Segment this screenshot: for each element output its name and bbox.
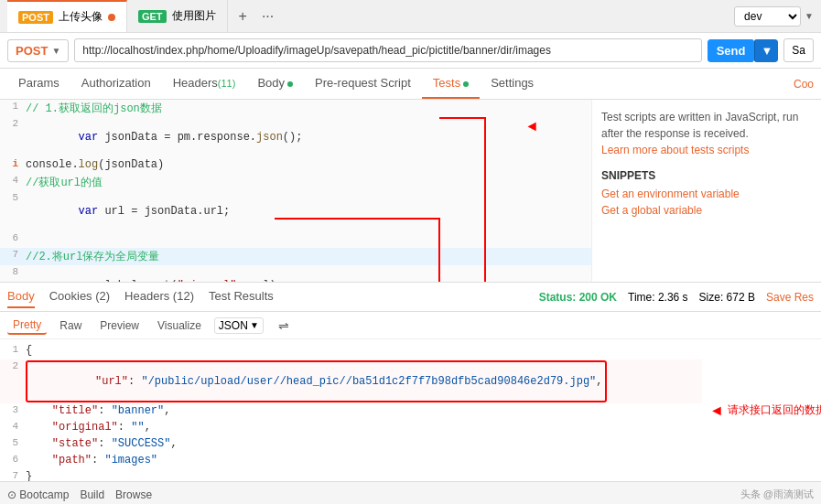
response-annotation: ◄ 请求接口返回的数据 [702,339,821,481]
code-line-4: 4 //获取url的值 [0,174,591,191]
json-linenum-6: 6 [0,454,26,468]
size-label: Size: 672 B [699,291,755,304]
json-text-6: "path": "images" [26,454,157,468]
env-selector: dev staging prod ▼ [734,6,814,27]
response-tab-cookies[interactable]: Cookies (2) [49,285,110,308]
line-num-1: 1 [0,101,26,112]
format-tab-visualize[interactable]: Visualize [152,317,207,334]
code-text-5: var url = jsonData.url; [26,192,230,231]
response-tab-headers[interactable]: Headers (12) [124,285,194,308]
tab-authorization[interactable]: Authorization [70,69,162,99]
right-panel-description: Test scripts are written in JavaScript, … [601,109,812,142]
json-text-5: "state": "SUCCESS", [26,437,178,452]
cookies-link[interactable]: Coo [794,78,814,91]
add-tab-button[interactable]: + [235,8,251,25]
snippet-global-link[interactable]: Get a global variable [601,204,812,217]
env-chevron-icon: ▼ [805,11,814,21]
json-line-4: 4 "original": "", [0,420,702,436]
json-linenum-5: 5 [0,437,26,452]
code-line-6: 6 [0,231,591,248]
line-num-6: 6 [0,232,26,243]
nav-tabs: Params Authorization Headers(11) Body Pr… [0,69,821,100]
line-num-2: 2 [0,118,26,129]
json-linenum-1: 1 [0,344,26,359]
json-text-2: "url": "/public/upload/user//head_pic//b… [26,360,607,402]
line-num-8: 8 [0,266,26,277]
bootcamp-button[interactable]: ⊙ Bootcamp [7,488,69,501]
status-label: Status: 200 OK [539,291,617,304]
json-line-5: 5 "state": "SUCCESS", [0,436,702,453]
response-header: Body Cookies (2) Headers (12) Test Resul… [0,283,821,312]
response-status: Status: 200 OK Time: 2.36 s Size: 672 B … [539,291,814,304]
format-select-dropdown[interactable]: JSON ▼ [214,317,264,334]
json-line-7: 7 } [0,469,702,481]
code-text-8: pm.globals.set("pic_url", url); [26,266,283,282]
method-badge-post: POST [18,11,53,24]
tab-headers[interactable]: Headers(11) [162,69,247,99]
tab-tests[interactable]: Tests [422,69,480,99]
tab-actions: + ··· [235,8,278,25]
code-text-1: // 1.获取返回的json数据 [26,101,162,116]
json-linenum-4: 4 [0,421,26,435]
tab-body[interactable]: Body [246,69,304,99]
snippets-title: SNIPPETS [601,169,812,182]
method-dropdown[interactable]: POST ▼ [7,39,69,62]
json-panel[interactable]: 1 { 2 "url": "/public/upload/user//head_… [0,339,702,481]
format-select-chevron-icon: ▼ [250,320,259,330]
tab-bar: POST 上传头像 GET 使用图片 + ··· dev staging pro… [0,0,821,33]
json-text-7: } [26,470,32,481]
tab-settings[interactable]: Settings [480,69,545,99]
snippet-env-link[interactable]: Get an environment variable [601,188,812,200]
method-chevron-icon: ▼ [51,46,60,56]
code-line-5: 5 var url = jsonData.url; [0,191,591,231]
more-tabs-button[interactable]: ··· [258,8,277,25]
json-linenum-7: 7 [0,470,26,481]
format-tab-preview[interactable]: Preview [94,317,145,334]
response-tab-body[interactable]: Body [7,285,35,308]
json-line-1: 1 { [0,343,702,359]
bottom-bar: ⊙ Bootcamp Build Browse 头条 @雨滴测试 [0,481,821,504]
json-text-3: "title": "banner", [26,404,170,419]
code-text-7: //2.将url保存为全局变量 [26,249,159,264]
url-input[interactable] [74,38,701,62]
send-dropdown-button[interactable]: ▼ [754,39,778,62]
line-num-5: 5 [0,192,26,203]
arrow-right-1: ◄ [527,119,536,135]
code-line-2: 2 var jsonData = pm.response.json(); ◄ [0,117,591,157]
save-button[interactable]: Sa [783,38,814,62]
method-badge-get: GET [138,10,167,23]
json-text-1: { [26,344,32,359]
right-panel: Test scripts are written in JavaScript, … [592,100,821,282]
code-line-3: i console.log(jsonData) [0,157,591,174]
code-editor[interactable]: 1 // 1.获取返回的json数据 2 var jsonData = pm.r… [0,100,592,282]
code-line-8: 8 pm.globals.set("pic_url", url); [0,265,591,282]
headers-badge: (11) [218,78,236,89]
tab-upload-label: 上传头像 [59,9,103,25]
line-num-7: 7 [0,249,26,260]
send-button[interactable]: Send [708,39,755,62]
tab-params[interactable]: Params [7,69,70,99]
build-button[interactable]: Build [80,488,104,501]
url-bar: POST ▼ Send ▼ Sa [0,33,821,69]
tab-useimage[interactable]: GET 使用图片 [127,0,228,32]
json-linenum-3: 3 [0,404,26,419]
wrap-icon[interactable]: ⇌ [278,318,289,333]
env-dropdown[interactable]: dev staging prod [734,6,801,27]
learn-more-link[interactable]: Learn more about tests scripts [601,144,749,156]
code-text-3: console.log(jsonData) [26,158,164,171]
main-content: 1 // 1.获取返回的json数据 2 var jsonData = pm.r… [0,100,821,283]
json-linenum-2: 2 [0,360,26,402]
format-tab-raw[interactable]: Raw [54,317,87,334]
code-text-4: //获取url的值 [26,175,103,190]
browse-button[interactable]: Browse [115,488,152,501]
tab-upload[interactable]: POST 上传头像 [7,0,127,32]
format-select-label: JSON [219,319,248,332]
code-text-2: var jsonData = pm.response.json(); [26,118,302,156]
tab-dot [108,14,115,21]
tab-prerequest[interactable]: Pre-request Script [304,69,422,99]
response-tab-testresults[interactable]: Test Results [209,285,274,308]
watermark: 头条 @雨滴测试 [740,488,814,501]
format-tab-pretty[interactable]: Pretty [7,316,47,335]
save-response-button[interactable]: Save Res [766,291,814,304]
line-num-4: 4 [0,175,26,186]
